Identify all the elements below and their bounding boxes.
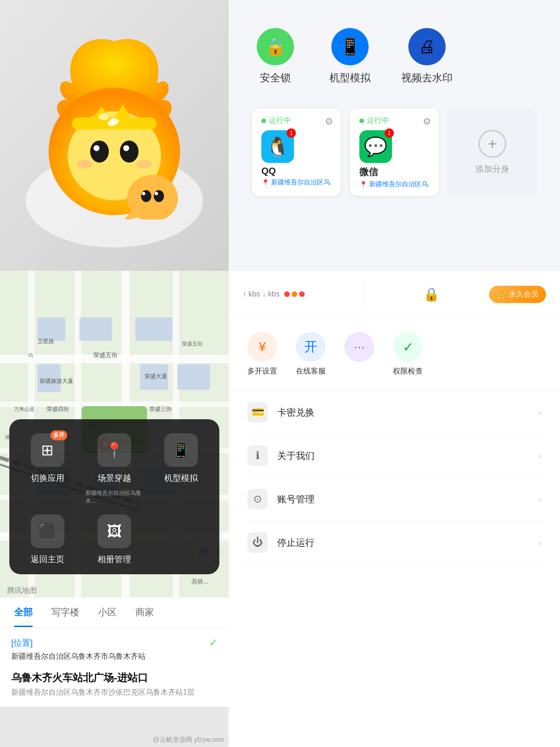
svg-text:高铁...: 高铁...	[191, 578, 209, 585]
svg-point-14	[154, 192, 158, 195]
svg-text:荣盛五街: 荣盛五街	[93, 352, 118, 359]
svg-text:荣盛四街: 荣盛四街	[47, 406, 69, 412]
menu-item-switch-app[interactable]: ⊞ 多开 切换应用	[19, 433, 76, 505]
mascot-container	[16, 23, 212, 247]
switch-app-label: 切换应用	[31, 472, 64, 484]
settings-icon-wechat[interactable]: ⚙	[423, 116, 431, 127]
clone-card-qq[interactable]: 运行中 ⚙ 🐧 1 QQ 📍 新疆维吾尔自治区乌...	[252, 108, 341, 196]
video-watermark-label: 视频去水印	[401, 71, 453, 85]
result-title: 乌鲁木齐火车站北广场-进站口	[11, 671, 217, 685]
mascot-panel	[0, 0, 229, 271]
lock-icon: 🔒	[423, 287, 440, 302]
menu-item-device[interactable]: 📱 机型模拟	[153, 433, 210, 505]
quick-action-multi-setting[interactable]: ¥ 多开设置	[247, 332, 277, 376]
album-icon: 🖼	[107, 523, 122, 540]
device-sim-menu-label: 机型模拟	[164, 472, 198, 484]
running-dot-2	[359, 119, 364, 123]
svg-text:新疆旅游大厦: 新疆旅游大厦	[40, 378, 73, 384]
svg-rect-28	[135, 317, 173, 341]
album-icon-wrap: 🖼	[98, 514, 131, 548]
svg-rect-31	[177, 364, 210, 390]
location-label-row: [位置] ✓	[11, 637, 217, 649]
svg-rect-27	[79, 317, 112, 341]
permission-label: 权限检查	[393, 366, 423, 376]
about-arrow: ›	[538, 451, 541, 461]
result-subtitle: 新疆维吾尔自治区乌鲁木齐市沙依巴克区乌鲁木齐站1层	[11, 688, 217, 698]
shortcut-device-sim[interactable]: 📱 机型模拟	[327, 28, 373, 85]
permission-icon: ✓	[393, 332, 423, 362]
vip-badge[interactable]: 👑 永久会员	[489, 286, 546, 303]
device-sim-icon: 📱	[331, 28, 369, 65]
shortcut-row-1: 🔒 安全锁 📱 机型模拟 🖨 视频去水印	[252, 28, 537, 85]
svg-text:万寿山道: 万寿山道	[14, 406, 35, 412]
location-label-text: [位置]	[11, 637, 33, 648]
running-label-2: 运行中	[367, 116, 389, 126]
home-icon-wrap: ⬛	[31, 514, 64, 548]
running-dot	[261, 119, 266, 123]
map-view[interactable]: 乌鲁木齐 站北广场 新疆旅游大厦 荣盛大厦 卫星路 坞 荣盛四街 荣盛三街 荣盛…	[0, 271, 229, 598]
quick-action-chat[interactable]: ···	[344, 332, 374, 366]
online-service-label: 在线客服	[296, 366, 326, 376]
menu-item-home[interactable]: ⬛ 返回主页	[19, 514, 76, 565]
clone-apps-row: 运行中 ⚙ 🐧 1 QQ 📍 新疆维吾尔自治区乌... 运行中 ⚙ 💬 1	[252, 108, 537, 196]
menu-item-stop[interactable]: ⏻ 停止运行 ›	[243, 521, 546, 564]
security-lock-icon: 🔒	[257, 28, 294, 65]
svg-point-6	[93, 145, 99, 151]
tab-business[interactable]: 商家	[126, 598, 163, 627]
switch-app-icon-wrap: ⊞ 多开	[31, 433, 64, 467]
scene-label: 场景穿越	[98, 472, 131, 484]
chat-icon: ···	[344, 332, 374, 362]
map-tabs: 全部 写字楼 小区 商家	[0, 598, 229, 627]
security-lock-label: 安全锁	[260, 71, 291, 85]
clone-card-wechat[interactable]: 运行中 ⚙ 💬 1 微信 📍 新疆维吾尔自治区乌...	[350, 108, 439, 196]
account-text: 账号管理	[277, 493, 538, 506]
header-divider	[364, 280, 364, 308]
svg-point-8	[77, 160, 92, 169]
quick-action-online-service[interactable]: 开 在线客服	[296, 332, 326, 376]
quick-actions-row: ¥ 多开设置 开 在线客服 ··· ✓ 权限检查	[229, 318, 560, 391]
menu-item-card-redeem[interactable]: 💳 卡密兑换 ›	[243, 391, 546, 434]
speed-dot-1	[284, 291, 290, 297]
tab-office[interactable]: 写字楼	[42, 598, 89, 627]
shortcut-security-lock[interactable]: 🔒 安全锁	[252, 28, 299, 85]
scene-sublabel: 新疆维吾尔自治区乌鲁木...	[85, 489, 143, 505]
shortcut-video-watermark[interactable]: 🖨 视频去水印	[401, 28, 453, 85]
qq-app-location: 📍 新疆维吾尔自治区乌...	[261, 178, 331, 187]
online-service-icon: 开	[296, 332, 326, 362]
svg-point-13	[142, 192, 145, 195]
card-redeem-text: 卡密兑换	[277, 406, 538, 419]
menu-item-about[interactable]: ℹ 关于我们 ›	[243, 434, 546, 478]
switch-app-icon: ⊞	[41, 441, 54, 459]
tab-all[interactable]: 全部	[5, 598, 42, 627]
check-icon: ✓	[209, 637, 217, 649]
svg-text:荣盛三街: 荣盛三街	[149, 406, 172, 412]
menu-item-scene[interactable]: 📍 场景穿越 新疆维吾尔自治区乌鲁木...	[85, 433, 143, 505]
menu-item-account[interactable]: ⊙ 账号管理 ›	[243, 478, 546, 521]
svg-text:荣盛大厦: 荣盛大厦	[145, 373, 167, 380]
mascot-svg	[30, 33, 198, 219]
home-label: 返回主页	[31, 554, 64, 565]
svg-point-4	[90, 141, 109, 162]
card-redeem-icon: 💳	[247, 402, 268, 423]
svg-point-5	[120, 141, 139, 162]
stop-icon: ⏻	[247, 532, 268, 553]
qq-app-name: QQ	[261, 166, 331, 176]
svg-rect-26	[37, 317, 65, 341]
multi-setting-label: 多开设置	[247, 366, 277, 376]
svg-text:卫星路: 卫星路	[37, 338, 54, 345]
tab-residential[interactable]: 小区	[89, 598, 126, 627]
app-panel: ↑ kbs ↓ kbs 🔒 👑 永久会员 ¥ 多开设置 开 在线客服 ···	[229, 271, 560, 747]
account-icon: ⊙	[247, 489, 268, 509]
watermark: @云帆资源网 yfzyw.com	[153, 736, 224, 744]
svg-point-11	[141, 190, 151, 202]
multi-setting-icon: ¥	[247, 332, 277, 362]
about-icon: ℹ	[247, 445, 268, 466]
add-clone-button[interactable]: + 添加分身	[448, 108, 537, 196]
quick-action-permission[interactable]: ✓ 权限检查	[393, 332, 423, 376]
map-overlay-menu: ⊞ 多开 切换应用 📍 场景穿越 新疆维吾尔自治区乌鲁木... 📱 机型模拟	[9, 419, 219, 574]
menu-item-album[interactable]: 🖼 相册管理	[85, 514, 143, 565]
settings-icon-qq[interactable]: ⚙	[325, 116, 333, 127]
stop-arrow: ›	[538, 537, 541, 548]
map-result: [位置] ✓ 新疆维吾尔自治区乌鲁木齐市乌鲁木齐站 乌鲁木齐火车站北广场-进站口…	[0, 627, 229, 707]
svg-point-7	[123, 145, 129, 151]
